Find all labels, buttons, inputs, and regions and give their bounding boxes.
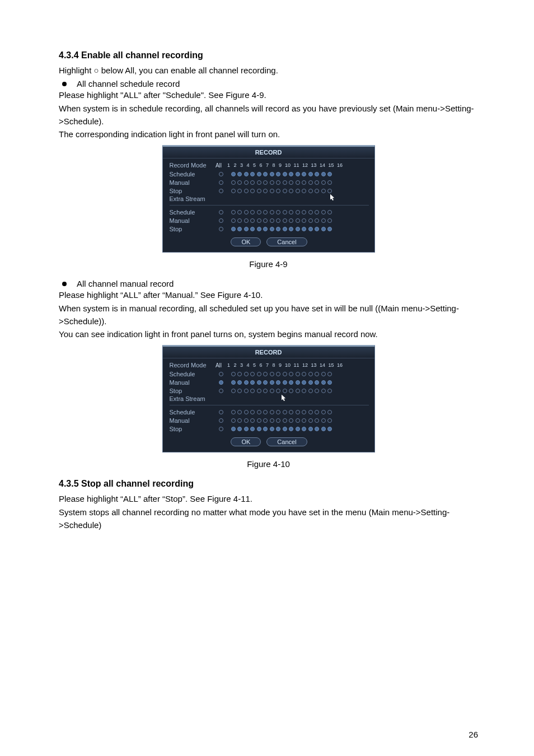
- channel-radio[interactable]: [321, 189, 326, 193]
- channel-radio[interactable]: [289, 189, 293, 193]
- channel-radio[interactable]: [250, 427, 255, 431]
- channel-radio[interactable]: [327, 172, 332, 176]
- channel-radio[interactable]: [263, 410, 268, 414]
- channel-radio[interactable]: [321, 389, 326, 393]
- channel-radio[interactable]: [321, 418, 326, 423]
- channel-radio[interactable]: [263, 418, 268, 423]
- channel-radio[interactable]: [327, 189, 332, 193]
- channel-radio[interactable]: [237, 210, 242, 214]
- channel-radio[interactable]: [263, 380, 268, 385]
- ok-button[interactable]: OK: [231, 437, 261, 446]
- channel-radio[interactable]: [231, 227, 236, 231]
- channel-radio[interactable]: [237, 180, 242, 185]
- channel-radio[interactable]: [321, 410, 326, 414]
- channel-radio[interactable]: [250, 380, 255, 385]
- channel-radio[interactable]: [257, 410, 261, 414]
- channel-radio[interactable]: [244, 389, 249, 393]
- channel-radio[interactable]: [302, 210, 306, 214]
- channel-radio[interactable]: [250, 210, 255, 214]
- channel-radio[interactable]: [302, 372, 306, 376]
- channel-radio[interactable]: [250, 189, 255, 193]
- channel-radio[interactable]: [302, 189, 306, 193]
- channel-radio[interactable]: [302, 380, 306, 385]
- channel-radio[interactable]: [321, 427, 326, 431]
- channel-radio[interactable]: [244, 410, 249, 414]
- channel-radio[interactable]: [315, 389, 319, 393]
- channel-radio[interactable]: [250, 180, 255, 185]
- channel-radio[interactable]: [231, 418, 236, 423]
- channel-radio[interactable]: [263, 227, 268, 231]
- all-radio[interactable]: [219, 189, 223, 193]
- channel-radio[interactable]: [257, 227, 261, 231]
- channel-radio[interactable]: [327, 180, 332, 185]
- channel-radio[interactable]: [270, 172, 274, 176]
- channel-radio[interactable]: [231, 218, 236, 223]
- channel-radio[interactable]: [315, 218, 319, 223]
- channel-radio[interactable]: [315, 189, 319, 193]
- channel-radio[interactable]: [296, 410, 300, 414]
- channel-radio[interactable]: [257, 218, 261, 223]
- channel-radio[interactable]: [327, 410, 332, 414]
- channel-radio[interactable]: [263, 189, 268, 193]
- channel-radio[interactable]: [244, 189, 249, 193]
- channel-radio[interactable]: [270, 418, 274, 423]
- channel-radio[interactable]: [231, 180, 236, 185]
- channel-radio[interactable]: [257, 418, 261, 423]
- channel-radio[interactable]: [270, 410, 274, 414]
- channel-radio[interactable]: [315, 227, 319, 231]
- channel-radio[interactable]: [289, 418, 293, 423]
- channel-radio[interactable]: [263, 427, 268, 431]
- channel-radio[interactable]: [289, 427, 293, 431]
- channel-radio[interactable]: [270, 389, 274, 393]
- channel-radio[interactable]: [244, 372, 249, 376]
- channel-radio[interactable]: [327, 227, 332, 231]
- channel-radio[interactable]: [327, 218, 332, 223]
- channel-radio[interactable]: [308, 172, 313, 176]
- channel-radio[interactable]: [270, 427, 274, 431]
- channel-radio[interactable]: [237, 418, 242, 423]
- channel-radio[interactable]: [302, 180, 306, 185]
- channel-radio[interactable]: [276, 389, 280, 393]
- channel-radio[interactable]: [263, 372, 268, 376]
- channel-radio[interactable]: [276, 410, 280, 414]
- channel-radio[interactable]: [308, 372, 313, 376]
- channel-radio[interactable]: [263, 180, 268, 185]
- channel-radio[interactable]: [315, 172, 319, 176]
- channel-radio[interactable]: [302, 410, 306, 414]
- channel-radio[interactable]: [244, 172, 249, 176]
- cancel-button[interactable]: Cancel: [266, 237, 307, 246]
- channel-radio[interactable]: [257, 189, 261, 193]
- channel-radio[interactable]: [315, 410, 319, 414]
- channel-radio[interactable]: [321, 210, 326, 214]
- channel-radio[interactable]: [250, 218, 255, 223]
- channel-radio[interactable]: [296, 427, 300, 431]
- channel-radio[interactable]: [231, 210, 236, 214]
- channel-radio[interactable]: [231, 189, 236, 193]
- channel-radio[interactable]: [321, 227, 326, 231]
- channel-radio[interactable]: [257, 172, 261, 176]
- channel-radio[interactable]: [276, 380, 280, 385]
- all-radio[interactable]: [219, 389, 223, 393]
- channel-radio[interactable]: [296, 210, 300, 214]
- channel-radio[interactable]: [327, 372, 332, 376]
- channel-radio[interactable]: [244, 180, 249, 185]
- channel-radio[interactable]: [296, 372, 300, 376]
- all-radio[interactable]: [219, 218, 223, 223]
- channel-radio[interactable]: [321, 372, 326, 376]
- channel-radio[interactable]: [283, 189, 287, 193]
- channel-radio[interactable]: [263, 210, 268, 214]
- channel-radio[interactable]: [308, 210, 313, 214]
- channel-radio[interactable]: [270, 180, 274, 185]
- channel-radio[interactable]: [315, 180, 319, 185]
- channel-radio[interactable]: [244, 380, 249, 385]
- channel-radio[interactable]: [308, 189, 313, 193]
- channel-radio[interactable]: [231, 427, 236, 431]
- channel-radio[interactable]: [283, 389, 287, 393]
- channel-radio[interactable]: [302, 227, 306, 231]
- channel-radio[interactable]: [315, 210, 319, 214]
- channel-radio[interactable]: [308, 180, 313, 185]
- channel-radio[interactable]: [296, 418, 300, 423]
- channel-radio[interactable]: [289, 372, 293, 376]
- channel-radio[interactable]: [289, 172, 293, 176]
- channel-radio[interactable]: [244, 218, 249, 223]
